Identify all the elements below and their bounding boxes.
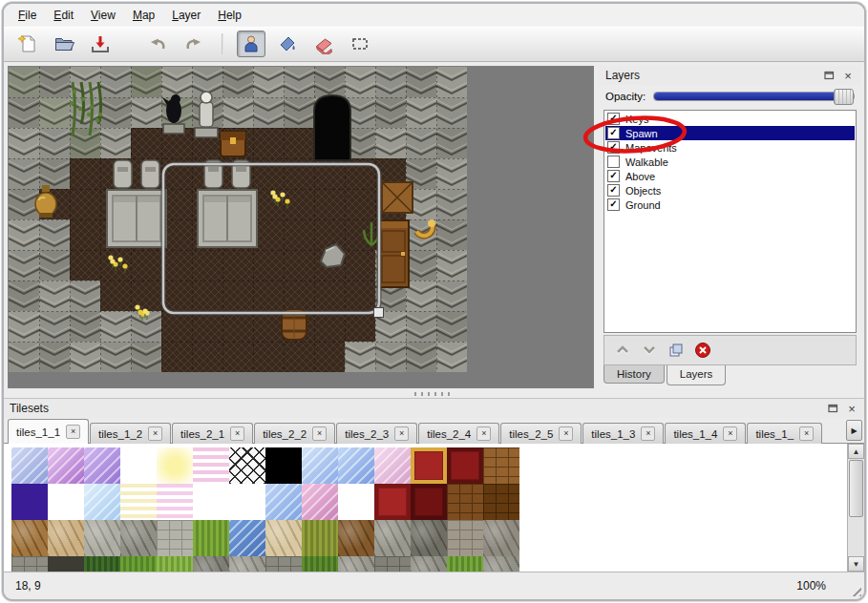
layer-checkbox[interactable]: ✓ xyxy=(607,184,620,197)
tileset-palette[interactable]: ▲ ▼ xyxy=(4,444,864,572)
tileset-tab-tiles_2_4[interactable]: tiles_2_4× xyxy=(418,423,499,444)
delete-layer-icon[interactable] xyxy=(694,342,711,359)
palette-tile[interactable] xyxy=(447,447,483,484)
tab-close-icon[interactable]: × xyxy=(394,426,409,441)
palette-tile[interactable] xyxy=(120,556,157,572)
palette-tile[interactable] xyxy=(84,484,120,520)
horizontal-splitter[interactable] xyxy=(4,390,864,398)
palette-tile[interactable] xyxy=(302,484,338,520)
palette-tile[interactable] xyxy=(338,447,374,484)
layer-checkbox[interactable]: ✓ xyxy=(607,198,620,211)
palette-tile[interactable] xyxy=(302,556,338,572)
scroll-down-icon[interactable]: ▼ xyxy=(848,556,864,572)
raise-layer-icon[interactable] xyxy=(614,342,631,359)
save-button[interactable] xyxy=(86,31,115,57)
lower-layer-icon[interactable] xyxy=(641,342,658,359)
palette-tile[interactable] xyxy=(120,447,157,484)
tileset-tab-tiles_2_2[interactable]: tiles_2_2× xyxy=(254,423,335,444)
layer-checkbox[interactable]: ✓ xyxy=(607,141,620,154)
palette-tile[interactable] xyxy=(193,520,229,556)
palette-tile[interactable] xyxy=(374,447,411,484)
resize-grip[interactable] xyxy=(849,584,861,596)
map-canvas[interactable] xyxy=(9,67,467,372)
palette-tile[interactable] xyxy=(265,520,302,556)
palette-tile[interactable] xyxy=(447,520,483,556)
palette-tile[interactable] xyxy=(157,484,193,520)
palette-tile[interactable] xyxy=(229,447,265,484)
palette-scrollbar[interactable]: ▲ ▼ xyxy=(847,444,864,572)
menu-layer[interactable]: Layer xyxy=(163,6,209,25)
palette-tile[interactable] xyxy=(48,556,84,572)
tileset-tab-tiles_1_[interactable]: tiles_1_× xyxy=(747,423,822,444)
palette-tile[interactable] xyxy=(193,447,229,484)
panel-tab-layers[interactable]: Layers xyxy=(667,365,727,385)
close-tilesets-icon[interactable]: × xyxy=(845,402,858,415)
scroll-up-icon[interactable]: ▲ xyxy=(848,444,864,459)
menu-edit[interactable]: Edit xyxy=(45,6,82,25)
palette-tile[interactable] xyxy=(84,556,120,572)
palette-tile[interactable] xyxy=(374,520,411,556)
undo-button[interactable] xyxy=(143,31,172,57)
palette-tile[interactable] xyxy=(302,520,338,556)
menu-view[interactable]: View xyxy=(82,6,124,25)
palette-tile[interactable] xyxy=(338,520,374,556)
tileset-tab-tiles_1_4[interactable]: tiles_1_4× xyxy=(665,423,746,444)
palette-tile[interactable] xyxy=(229,484,265,520)
map-canvas-area[interactable] xyxy=(8,66,594,388)
palette-tile[interactable] xyxy=(483,556,519,572)
tab-close-icon[interactable]: × xyxy=(559,426,573,441)
tab-close-icon[interactable]: × xyxy=(723,426,737,441)
palette-tile[interactable] xyxy=(157,447,193,484)
float-panel-icon[interactable] xyxy=(822,69,836,82)
select-tool-button[interactable] xyxy=(346,31,374,57)
palette-tile[interactable] xyxy=(193,484,229,520)
tileset-tab-tiles_2_3[interactable]: tiles_2_3× xyxy=(336,423,417,444)
palette-tile[interactable] xyxy=(157,556,193,572)
float-tilesets-icon[interactable] xyxy=(826,402,839,415)
palette-tile[interactable] xyxy=(483,520,519,556)
palette-tile[interactable] xyxy=(265,556,302,572)
tab-close-icon[interactable]: × xyxy=(476,426,491,441)
tab-close-icon[interactable]: × xyxy=(148,426,162,441)
palette-tile[interactable] xyxy=(302,447,338,484)
palette-tile[interactable] xyxy=(374,484,411,520)
redo-button[interactable] xyxy=(180,31,208,57)
palette-tile[interactable] xyxy=(411,484,447,520)
palette-tile[interactable] xyxy=(447,556,483,572)
tileset-tab-tiles_1_1[interactable]: tiles_1_1× xyxy=(8,419,89,444)
palette-tile[interactable] xyxy=(265,484,302,520)
palette-tile[interactable] xyxy=(11,556,48,572)
duplicate-layer-icon[interactable] xyxy=(667,342,685,359)
tileset-tab-tiles_2_5[interactable]: tiles_2_5× xyxy=(500,423,582,444)
palette-tile[interactable] xyxy=(84,447,120,484)
tab-close-icon[interactable]: × xyxy=(230,426,244,441)
layer-checkbox[interactable]: ✓ xyxy=(607,170,620,182)
new-file-button[interactable] xyxy=(13,31,42,57)
layer-row-mapevents[interactable]: ✓Mapevents xyxy=(605,140,855,155)
palette-tile[interactable] xyxy=(48,520,84,556)
palette-tile[interactable] xyxy=(338,556,374,572)
tileset-tab-tiles_1_3[interactable]: tiles_1_3× xyxy=(582,423,664,444)
palette-tile[interactable] xyxy=(229,520,265,556)
palette-tile[interactable] xyxy=(120,520,157,556)
palette-tile[interactable] xyxy=(447,484,483,520)
palette-tile[interactable] xyxy=(48,447,84,484)
tileset-tab-tiles_2_1[interactable]: tiles_2_1× xyxy=(172,423,253,444)
palette-tile[interactable] xyxy=(120,484,157,520)
open-file-button[interactable] xyxy=(50,31,78,57)
layer-row-objects[interactable]: ✓Objects xyxy=(605,183,855,198)
tab-close-icon[interactable]: × xyxy=(66,425,80,439)
palette-tile[interactable] xyxy=(374,556,411,572)
palette-tile[interactable] xyxy=(338,484,374,520)
menu-help[interactable]: Help xyxy=(209,6,250,25)
tab-close-icon[interactable]: × xyxy=(641,426,655,441)
layer-row-walkable[interactable]: Walkable xyxy=(605,155,855,169)
palette-tiles[interactable] xyxy=(4,444,847,572)
palette-tile[interactable] xyxy=(48,484,84,520)
palette-tile[interactable] xyxy=(411,447,447,484)
palette-tile[interactable] xyxy=(11,447,48,484)
opacity-slider[interactable] xyxy=(653,92,855,101)
palette-tile[interactable] xyxy=(411,556,447,572)
fill-tool-button[interactable] xyxy=(273,31,302,57)
panel-tab-history[interactable]: History xyxy=(603,365,665,384)
